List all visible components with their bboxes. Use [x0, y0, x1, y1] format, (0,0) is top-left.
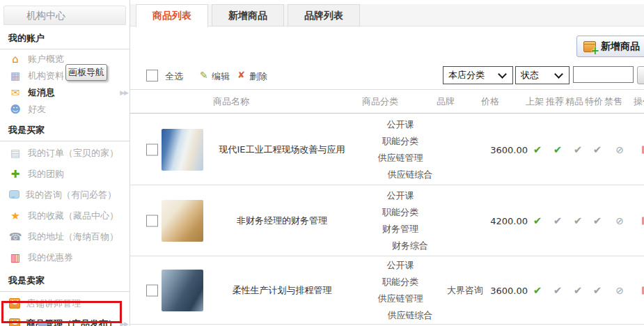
chevron-down-icon [554, 70, 563, 79]
tab-bar: 商品列表新增商品品牌列表 [130, 4, 644, 26]
category-line: 财务综合 [368, 238, 452, 254]
table-row: 现代IE工业工程现场改善与应用公开课职能分类供应链管理供应链综合3600.00✔… [130, 114, 644, 185]
column-header: 禁售 [604, 90, 622, 114]
flag-no-sale-icon[interactable]: ⊘ [615, 145, 624, 155]
select-all-checkbox[interactable] [146, 70, 158, 82]
sidebar-item-label: 短消息 [28, 86, 55, 99]
sidebar-item[interactable]: ▥我的优惠券 [0, 247, 129, 268]
search-button-partial[interactable] [637, 66, 644, 84]
product-name[interactable]: 现代IE工业工程现场改善与应用 [212, 143, 352, 157]
sidebar-item[interactable]: ☎我的地址（海纳百物） [0, 226, 129, 247]
shop-bag-icon [9, 298, 20, 309]
product-price: 3600.00 [464, 285, 528, 295]
product-price: 4200.00 [464, 215, 528, 226]
nav-tooltip: 画板导航 [65, 64, 107, 81]
chevron-down-icon [498, 70, 507, 79]
flag-featured-icon[interactable]: ✔ [574, 215, 583, 226]
sidebar-item[interactable]: ✉短消息▶▶ [0, 84, 129, 101]
category-line: 供应链综合 [368, 307, 452, 324]
product-price: 3600.00 [464, 144, 528, 155]
star-icon: ★ [9, 211, 22, 222]
category-line: 职能分类 [359, 204, 442, 221]
sidebar-item-label: 机构资料 [28, 70, 64, 82]
sidebar-item[interactable]: ⌂账户概览 [0, 51, 129, 68]
delete-x-icon[interactable]: ✘ [237, 70, 245, 80]
sidebar-item[interactable]: ✚我的团购 [0, 164, 129, 185]
flag-recommend-icon[interactable]: ✔ [553, 215, 563, 226]
tab-brand-list[interactable]: 品牌列表 [288, 4, 360, 26]
product-image[interactable] [162, 129, 203, 171]
add-product-button[interactable]: 新增商品 [576, 36, 644, 57]
category-line: 财务管理 [359, 221, 442, 238]
sidebar-item[interactable]: ▤我的订单（宝贝的家） [0, 143, 129, 164]
flag-on-shelf-icon[interactable]: ✔ [533, 285, 542, 295]
category-line: 职能分类 [359, 274, 442, 290]
flag-on-shelf-icon[interactable]: ✔ [533, 144, 542, 155]
row-checkbox[interactable] [146, 284, 158, 296]
category-line: 公开课 [359, 187, 442, 204]
sidebar-item-label: 好友 [28, 103, 46, 116]
coupon-icon: ▥ [9, 253, 22, 263]
status-select-value: 状态 [521, 69, 539, 82]
flag-recommend-icon[interactable]: ✔ [553, 144, 563, 155]
flag-featured-icon[interactable]: ✔ [574, 144, 583, 155]
sidebar-item[interactable]: 店铺讲师管理 [0, 293, 129, 313]
flag-on-shelf-icon[interactable]: ✔ [533, 215, 542, 226]
shop-bag-icon [9, 318, 20, 326]
product-image[interactable] [162, 200, 203, 242]
product-name[interactable]: 非财务经理的财务管理 [212, 214, 352, 228]
column-header: 品牌 [437, 90, 455, 114]
column-header: 特价 [585, 90, 603, 114]
sidebar-item[interactable]: ☻好友 [0, 101, 129, 118]
column-header: 精品 [565, 90, 583, 114]
column-header: 商品名称 [213, 90, 249, 114]
sidebar-item[interactable]: 我的咨询（有问必答） [0, 185, 129, 205]
edit-pencil-icon[interactable]: ✎ [200, 70, 208, 81]
sidebar: 机构中心 我的账户⌂账户概览▦机构资料✉短消息▶▶☻好友我是买家▤我的订单（宝贝… [0, 0, 130, 326]
sidebar-item-label: 店铺讲师管理 [26, 297, 81, 310]
sidebar-section-list: ▤我的订单（宝贝的家）✚我的团购我的咨询（有问必答）★我的收藏（藏品中心）☎我的… [0, 141, 129, 268]
store-category-select[interactable]: 本店分类 [443, 66, 513, 84]
sidebar-item-label: 我的优惠券 [28, 251, 73, 264]
tab-add-product[interactable]: 新增商品 [212, 4, 284, 26]
order-icon: ▤ [9, 148, 22, 159]
column-header: 上架 [526, 90, 544, 114]
category-line: 公开课 [359, 257, 442, 274]
status-select[interactable]: 状态 [515, 66, 570, 84]
row-checkbox[interactable] [146, 215, 158, 226]
edit-label[interactable]: 编辑 [212, 70, 230, 83]
flag-featured-icon[interactable]: ✔ [574, 285, 583, 295]
flag-recommend-icon[interactable]: ✔ [553, 285, 563, 295]
table-row: 柔性生产计划与排程管理公开课职能分类供应链管理供应链综合大界咨询3600.00✔… [130, 256, 644, 325]
delete-label[interactable]: 删除 [249, 70, 267, 83]
search-input[interactable] [573, 66, 634, 83]
column-header: 推荐 [546, 90, 564, 114]
select-all-label[interactable]: 全选 [165, 70, 183, 83]
sidebar-item[interactable]: 商品管理（产品发布）▶▶ [0, 313, 129, 326]
sidebar-item-label: 我的地址（海纳百物） [28, 231, 118, 243]
store-category-select-value: 本店分类 [448, 69, 485, 82]
sidebar-item[interactable]: ★我的收藏（藏品中心） [0, 205, 129, 226]
category-line: 职能分类 [359, 133, 442, 150]
id-card-icon: ▦ [9, 71, 22, 82]
friends-icon: ☻ [9, 104, 22, 115]
category-line: 供应链管理 [359, 150, 442, 166]
flag-special-price-icon[interactable]: ✔ [593, 285, 602, 295]
product-image[interactable] [162, 270, 203, 311]
consult-bubble-icon [9, 190, 19, 199]
home-icon: ⌂ [9, 54, 22, 65]
flag-no-sale-icon[interactable]: ⊘ [615, 216, 624, 226]
sidebar-item[interactable]: ▦机构资料 [0, 68, 129, 84]
flag-no-sale-icon[interactable]: ⊘ [615, 286, 624, 295]
column-header: 商品分类 [362, 90, 398, 114]
row-checkbox[interactable] [146, 143, 158, 155]
sidebar-section-title: 我的账户 [0, 25, 129, 49]
sidebar-item-label: 我的收藏（藏品中心） [28, 210, 118, 222]
product-name[interactable]: 柔性生产计划与排程管理 [212, 284, 352, 297]
flag-special-price-icon[interactable]: ✔ [593, 144, 602, 155]
sidebar-item-label: 我的团购 [28, 168, 64, 180]
column-header: 价格 [481, 90, 499, 114]
sidebar-item-label: 账户概览 [28, 53, 64, 65]
tab-product-list[interactable]: 商品列表 [136, 4, 208, 27]
flag-special-price-icon[interactable]: ✔ [593, 215, 602, 226]
